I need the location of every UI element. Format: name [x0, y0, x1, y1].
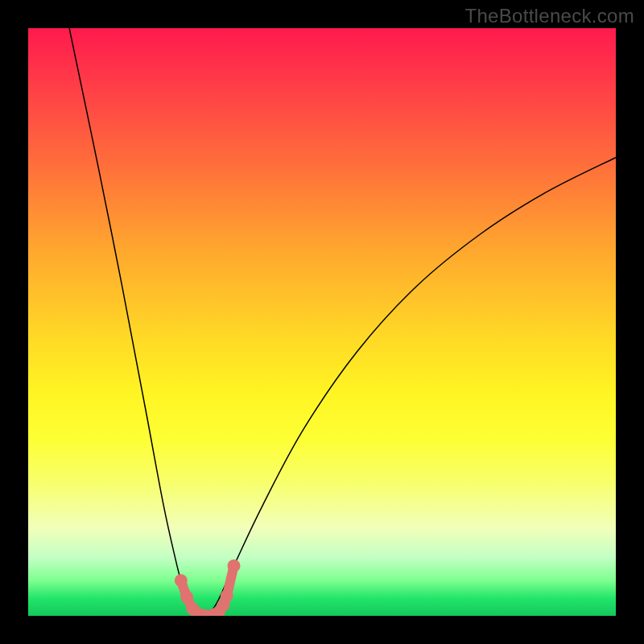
- left-curve: [69, 28, 202, 616]
- right-curve: [205, 158, 616, 616]
- outer-frame: TheBottleneck.com: [0, 0, 644, 644]
- highlight-marker: [228, 559, 241, 572]
- chart-svg: [28, 28, 616, 616]
- highlight-marker: [175, 574, 188, 587]
- highlight-marker: [180, 591, 193, 604]
- plot-area: [28, 28, 616, 616]
- watermark-text: TheBottleneck.com: [464, 5, 634, 27]
- highlight-marker: [221, 589, 233, 602]
